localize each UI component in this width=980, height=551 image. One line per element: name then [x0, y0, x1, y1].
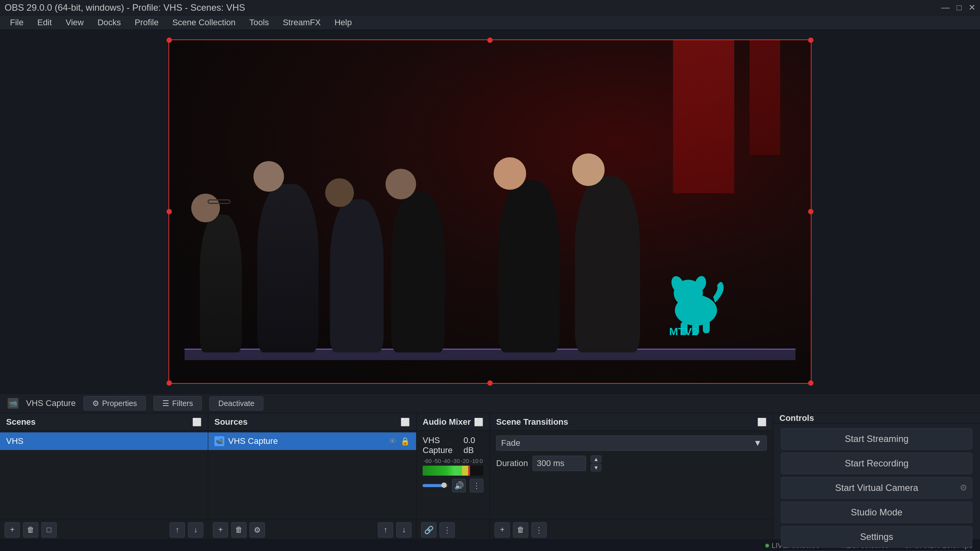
svg-point-4: [678, 294, 693, 305]
menu-file[interactable]: File: [4, 16, 29, 29]
filters-button[interactable]: ☰ Filters: [154, 396, 202, 411]
scene-down-button[interactable]: ↓: [188, 522, 203, 538]
scenes-panel: Scenes ⬜ VHS + 🗑 □ ↑ ↓: [0, 413, 208, 540]
audio-mixer-icon-resize[interactable]: ⬜: [474, 417, 483, 427]
transitions-panel-icon-resize[interactable]: ⬜: [757, 417, 767, 427]
scene-remove-button[interactable]: 🗑: [23, 522, 38, 538]
handle-bottom-left[interactable]: [167, 380, 172, 386]
window-controls: — □ ✕: [941, 3, 975, 13]
titlebar: OBS 29.0.0 (64-bit, windows) - Profile: …: [0, 0, 980, 15]
audio-meter: [423, 466, 483, 476]
duration-row: Duration 300 ms ▲ ▼: [496, 455, 767, 471]
svg-rect-7: [703, 320, 710, 333]
duration-input[interactable]: 300 ms: [532, 456, 586, 471]
transitions-footer: + 🗑 ⋮: [490, 520, 773, 540]
settings-button[interactable]: Settings: [781, 526, 972, 548]
audio-mixer-panel: Audio Mixer ⬜ VHS Capture 0.0 dB -60 -50…: [416, 413, 490, 540]
menu-tools[interactable]: Tools: [243, 16, 275, 29]
source-remove-button[interactable]: 🗑: [231, 522, 247, 538]
titlebar-title: OBS 29.0.0 (64-bit, windows) - Profile: …: [5, 2, 245, 13]
mute-button[interactable]: 🔊: [452, 479, 466, 492]
audio-link-button[interactable]: 🔗: [421, 522, 436, 538]
main-content: MTV2 📹 VHS Capture ⚙ Properties ☰ Filter…: [0, 30, 980, 540]
transition-select[interactable]: Fade ▼: [496, 435, 767, 451]
scene-item-vhs[interactable]: VHS: [0, 432, 208, 450]
menu-streamfx[interactable]: StreamFX: [277, 16, 327, 29]
scenes-list: VHS: [0, 431, 208, 520]
sources-panel: Sources ⬜ 📹 VHS Capture 👁 🔒 + 🗑 ⚙ ↑: [208, 413, 416, 540]
transition-add-button[interactable]: +: [495, 522, 510, 538]
filters-icon: ☰: [162, 399, 169, 408]
audio-channels: VHS Capture 0.0 dB -60 -50 -40 -30 -20 -…: [416, 431, 490, 520]
controls-panel-header: Controls: [773, 413, 980, 424]
source-lock-icon[interactable]: 🔒: [400, 437, 410, 446]
sources-footer: + 🗑 ⚙ ↑ ↓: [208, 520, 416, 540]
menu-docks[interactable]: Docks: [91, 16, 127, 29]
source-visibility-icon[interactable]: 👁: [389, 437, 397, 446]
source-add-button[interactable]: +: [213, 522, 228, 538]
source-label-bar: 📹 VHS Capture ⚙ Properties ☰ Filters Dea…: [0, 393, 980, 413]
transitions-panel-title: Scene Transitions: [496, 417, 568, 427]
handle-top-right[interactable]: [808, 37, 813, 43]
minimize-button[interactable]: —: [941, 3, 950, 13]
properties-button[interactable]: ⚙ Properties: [83, 396, 146, 411]
close-button[interactable]: ✕: [969, 3, 975, 13]
sources-panel-icon-resize[interactable]: ⬜: [400, 417, 410, 427]
studio-mode-button[interactable]: Studio Mode: [781, 502, 972, 523]
handle-bottom-center[interactable]: [487, 380, 493, 386]
scenes-panel-header: Scenes ⬜: [0, 413, 208, 431]
scenes-panel-title: Scenes: [6, 417, 36, 427]
handle-middle-right[interactable]: [808, 209, 813, 214]
transition-value: Fade: [501, 438, 520, 448]
source-name-label: VHS Capture: [26, 398, 76, 408]
menu-view[interactable]: View: [59, 16, 90, 29]
virtual-camera-gear-icon[interactable]: ⚙: [960, 483, 967, 493]
transition-remove-button[interactable]: 🗑: [513, 522, 528, 538]
audio-more-button[interactable]: ⋮: [439, 522, 455, 538]
sources-list: 📹 VHS Capture 👁 🔒: [208, 431, 416, 520]
scene-up-button[interactable]: ↑: [170, 522, 185, 538]
menubar: File Edit View Docks Profile Scene Colle…: [0, 15, 980, 30]
audio-channel-header: VHS Capture 0.0 dB: [423, 435, 483, 455]
audio-footer: 🔗 ⋮: [416, 520, 490, 540]
audio-mixer-title: Audio Mixer: [423, 417, 471, 427]
audio-channel-vhs: VHS Capture 0.0 dB -60 -50 -40 -30 -20 -…: [416, 432, 490, 496]
source-item-vhs-capture[interactable]: 📹 VHS Capture 👁 🔒: [208, 432, 416, 450]
controls-panel: Controls Start Streaming Start Recording…: [773, 413, 980, 540]
scenes-panel-icon-resize[interactable]: ⬜: [192, 417, 202, 427]
meter-red: [468, 466, 470, 476]
source-up-button[interactable]: ↑: [378, 522, 393, 538]
start-recording-button[interactable]: Start Recording: [781, 453, 972, 474]
start-streaming-button[interactable]: Start Streaming: [781, 428, 972, 450]
transitions-panel-icons: ⬜: [757, 417, 767, 427]
handle-bottom-right[interactable]: [808, 380, 813, 386]
start-virtual-camera-button[interactable]: Start Virtual Camera ⚙: [781, 477, 972, 499]
scene-add-button[interactable]: +: [5, 522, 20, 538]
deactivate-button[interactable]: Deactivate: [209, 396, 263, 411]
source-settings-button[interactable]: ⚙: [250, 522, 265, 538]
source-type-icon: 📹: [8, 398, 18, 409]
handle-top-center[interactable]: [487, 37, 493, 43]
properties-icon: ⚙: [92, 399, 99, 408]
menu-scene-collection[interactable]: Scene Collection: [166, 16, 242, 29]
audio-settings-button[interactable]: ⋮: [470, 479, 483, 492]
maximize-button[interactable]: □: [957, 3, 962, 13]
controls-panel-title: Controls: [779, 413, 814, 423]
video-content: MTV2: [169, 40, 811, 383]
duration-down-button[interactable]: ▼: [591, 464, 601, 471]
audio-meter-scale: -60 -50 -40 -30 -20 -10 0: [423, 458, 483, 464]
volume-slider[interactable]: [423, 484, 448, 487]
duration-up-button[interactable]: ▲: [591, 455, 601, 463]
audio-channel-name: VHS Capture: [423, 435, 464, 455]
audio-mixer-header: Audio Mixer ⬜: [416, 413, 490, 431]
audio-meter-bar: [423, 466, 483, 476]
menu-help[interactable]: Help: [328, 16, 358, 29]
menu-profile[interactable]: Profile: [129, 16, 165, 29]
transition-more-button[interactable]: ⋮: [531, 522, 547, 538]
scene-options-button[interactable]: □: [41, 522, 57, 538]
handle-top-left[interactable]: [167, 37, 172, 43]
menu-edit[interactable]: Edit: [31, 16, 58, 29]
audio-controls: 🔊 ⋮: [423, 479, 483, 492]
handle-middle-left[interactable]: [167, 209, 172, 214]
source-down-button[interactable]: ↓: [396, 522, 412, 538]
